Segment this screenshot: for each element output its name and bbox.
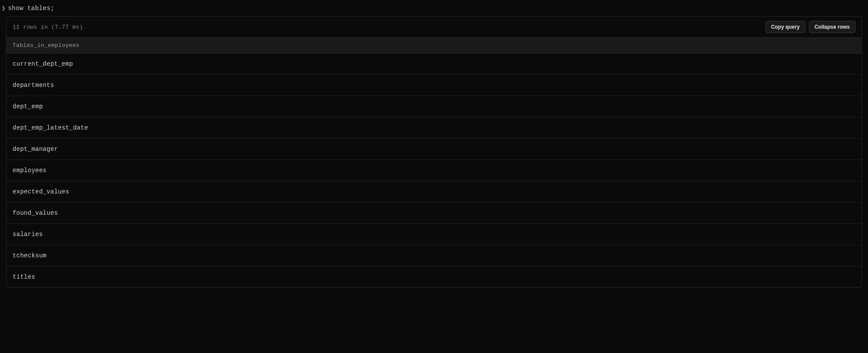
table-row: expected_values: [7, 181, 861, 203]
query-prompt-line: ❯ show tables;: [0, 0, 868, 16]
table-row: departments: [7, 75, 861, 96]
table-row: dept_manager: [7, 139, 861, 160]
table-row: current_dept_emp: [7, 53, 861, 75]
table-column-header: Tables_in_employees: [7, 38, 861, 53]
copy-query-button[interactable]: Copy query: [766, 21, 805, 33]
result-panel: 11 rows in (7.77 ms) Copy query Collapse…: [6, 16, 862, 288]
table-row: tchecksum: [7, 245, 861, 266]
table-row: employees: [7, 160, 861, 181]
prompt-chevron-icon: ❯: [2, 4, 5, 12]
result-stats: 11 rows in (7.77 ms): [13, 24, 83, 30]
result-header: 11 rows in (7.77 ms) Copy query Collapse…: [7, 17, 861, 38]
query-text: show tables;: [8, 5, 54, 12]
table-row: salaries: [7, 224, 861, 245]
result-actions: Copy query Collapse rows: [766, 21, 855, 33]
table-row: found_values: [7, 203, 861, 224]
table-body: current_dept_emp departments dept_emp de…: [7, 53, 861, 287]
table-row: titles: [7, 266, 861, 287]
table-row: dept_emp_latest_date: [7, 117, 861, 139]
table-row: dept_emp: [7, 96, 861, 117]
collapse-rows-button[interactable]: Collapse rows: [809, 21, 855, 33]
